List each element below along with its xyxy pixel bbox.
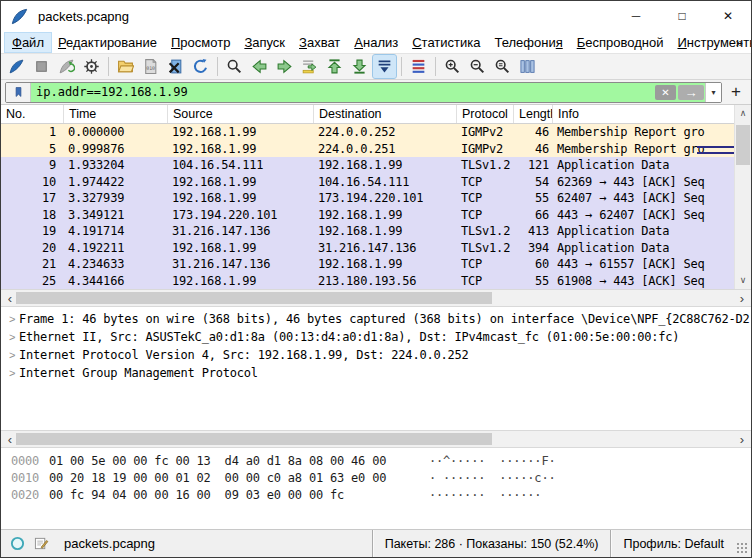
menu-overflow-chevron[interactable]: » [736, 35, 743, 50]
scroll-left-button[interactable]: ‹ [3, 290, 17, 306]
capture-comment-button[interactable] [34, 536, 49, 551]
packet-cell-source: 192.168.1.99 [168, 240, 314, 257]
minimize-button[interactable]: ─ [613, 1, 659, 31]
display-filter-input[interactable] [31, 83, 654, 102]
zoom-reset-button[interactable] [491, 55, 514, 78]
menu-capture[interactable]: Захват [292, 33, 347, 52]
detail-row[interactable]: >Internet Group Management Protocol [1, 364, 751, 382]
detail-row[interactable]: >Internet Protocol Version 4, Src: 192.1… [1, 346, 751, 364]
column-header-protocol[interactable]: Protocol [457, 105, 514, 123]
capture-file-properties-button[interactable] [10, 536, 25, 551]
packet-row[interactable]: 214.23463331.216.147.136192.168.1.99TCP6… [1, 256, 734, 273]
scroll-left-button[interactable]: ‹ [3, 431, 17, 447]
restart-capture-button[interactable] [55, 55, 78, 78]
close-button[interactable]: ✕ [705, 1, 751, 31]
scroll-right-button[interactable]: › [735, 290, 749, 306]
packet-row[interactable]: 173.327939192.168.1.99173.194.220.101TCP… [1, 190, 734, 207]
find-packet-button[interactable] [223, 55, 246, 78]
hex-row[interactable]: 000001 00 5e 00 00 fc 00 13 d4 a0 d1 8a … [1, 454, 751, 471]
expander-icon[interactable]: > [5, 313, 19, 325]
column-header-time[interactable]: Time [64, 105, 168, 123]
stop-capture-button[interactable] [30, 55, 53, 78]
packet-row[interactable]: 10.000000192.168.1.99224.0.0.252IGMPv246… [1, 124, 734, 141]
open-file-button[interactable] [114, 55, 137, 78]
colorize-packets-button[interactable] [407, 55, 430, 78]
filter-bar: ✕ → ▾ + [1, 80, 751, 105]
menu-go[interactable]: Запуск [237, 33, 292, 52]
resize-grip[interactable] [736, 542, 749, 555]
status-right: Пакеты: 286 · Показаны: 150 (52.4%) Проф… [372, 530, 751, 557]
details-hscrollbar[interactable]: ‹ › [1, 430, 751, 448]
column-header-no[interactable]: No. [1, 105, 64, 123]
hscrollbar-thumb[interactable] [16, 292, 492, 304]
expander-icon[interactable]: > [5, 367, 19, 379]
filter-add-button[interactable]: + [726, 82, 746, 102]
menu-telephony[interactable]: Телефония [487, 33, 569, 52]
autoscroll-button[interactable] [373, 55, 396, 78]
filter-clear-button[interactable]: ✕ [655, 85, 676, 100]
detail-row[interactable]: >Ethernet II, Src: ASUSTekC_a0:d1:8a (00… [1, 328, 751, 346]
expander-icon[interactable]: > [5, 331, 19, 343]
resize-columns-button[interactable] [516, 55, 539, 78]
packet-cell-destination: 192.168.1.99 [314, 207, 457, 224]
scroll-right-button[interactable]: › [735, 431, 749, 447]
vertical-scrollbar[interactable]: ∧ ∨ [734, 105, 751, 289]
scroll-down-button[interactable]: ∨ [735, 272, 751, 289]
packet-row[interactable]: 204.192211192.168.1.9931.216.147.136TLSv… [1, 240, 734, 257]
column-header-destination[interactable]: Destination [314, 105, 457, 123]
expander-icon[interactable]: > [5, 349, 19, 361]
first-packet-button[interactable] [323, 55, 346, 78]
detail-row[interactable]: >Frame 1: 46 bytes on wire (368 bits), 4… [1, 310, 751, 328]
packet-row[interactable]: 194.19171431.216.147.136192.168.1.99TLSv… [1, 223, 734, 240]
menu-statistics[interactable]: Статистика [405, 33, 487, 52]
packet-cell-protocol: TLSv1.2 [457, 157, 514, 174]
zoom-in-button[interactable] [441, 55, 464, 78]
menu-wireless[interactable]: Беспроводной [570, 33, 671, 52]
packet-row[interactable]: 254.344166192.168.1.99213.180.193.56TCP5… [1, 273, 734, 290]
vertical-scrollbar-thumb[interactable] [736, 125, 750, 165]
packet-cell-no: 25 [1, 273, 64, 290]
goto-packet-button[interactable] [298, 55, 321, 78]
packet-cell-protocol: IGMPv2 [457, 124, 514, 141]
close-file-button[interactable] [164, 55, 187, 78]
restart-capture-icon [58, 58, 75, 75]
hex-row[interactable]: 001000 20 18 19 00 00 01 02 00 00 c0 a8 … [1, 471, 751, 488]
toolbar-separator [217, 57, 218, 76]
reload-file-button[interactable] [189, 55, 212, 78]
hex-row[interactable]: 002000 fc 94 04 00 00 16 00 09 03 e0 00 … [1, 488, 751, 505]
capture-options-button[interactable] [80, 55, 103, 78]
previous-packet-button[interactable] [248, 55, 271, 78]
filter-bookmark-button[interactable] [6, 83, 31, 102]
packet-row[interactable]: 183.349121173.194.220.101192.168.1.99TCP… [1, 207, 734, 224]
column-header-length[interactable]: Length [514, 105, 553, 123]
menu-file[interactable]: Файл [5, 33, 51, 52]
close-file-icon [167, 58, 184, 75]
save-file-button[interactable]: 010 [139, 55, 162, 78]
column-header-source[interactable]: Source [168, 105, 314, 123]
menu-analyze[interactable]: Анализ [347, 33, 405, 52]
packet-row[interactable]: 101.974422192.168.1.99104.16.54.111TCP54… [1, 174, 734, 191]
filter-dropdown-button[interactable]: ▾ [705, 83, 721, 102]
zoom-out-button[interactable] [466, 55, 489, 78]
menu-view[interactable]: Просмотр [164, 33, 237, 52]
packet-list-hscrollbar[interactable]: ‹ › [1, 289, 751, 307]
maximize-button[interactable]: □ [659, 1, 705, 31]
packet-cell-destination: 192.168.1.99 [314, 223, 457, 240]
scroll-up-button[interactable]: ∧ [735, 105, 751, 122]
bookmark-icon [13, 85, 24, 99]
packet-row[interactable]: 91.933204104.16.54.111192.168.1.99TLSv1.… [1, 157, 734, 174]
packet-cell-no: 10 [1, 174, 64, 191]
menu-edit[interactable]: Редактирование [51, 33, 164, 52]
next-packet-button[interactable] [273, 55, 296, 78]
column-header-info[interactable]: Info [553, 105, 736, 123]
packet-cell-protocol: TCP [457, 190, 514, 207]
packet-row[interactable]: 50.999876192.168.1.99224.0.0.251IGMPv246… [1, 141, 734, 158]
hscrollbar-thumb[interactable] [16, 433, 492, 445]
packet-cell-destination: 224.0.0.252 [314, 124, 457, 141]
packet-cell-source: 31.216.147.136 [168, 256, 314, 273]
last-packet-button[interactable] [348, 55, 371, 78]
last-packet-icon [351, 58, 368, 75]
filter-apply-button[interactable]: → [678, 85, 704, 100]
status-profile[interactable]: Профиль: Default [610, 530, 736, 557]
start-capture-button[interactable] [5, 55, 28, 78]
